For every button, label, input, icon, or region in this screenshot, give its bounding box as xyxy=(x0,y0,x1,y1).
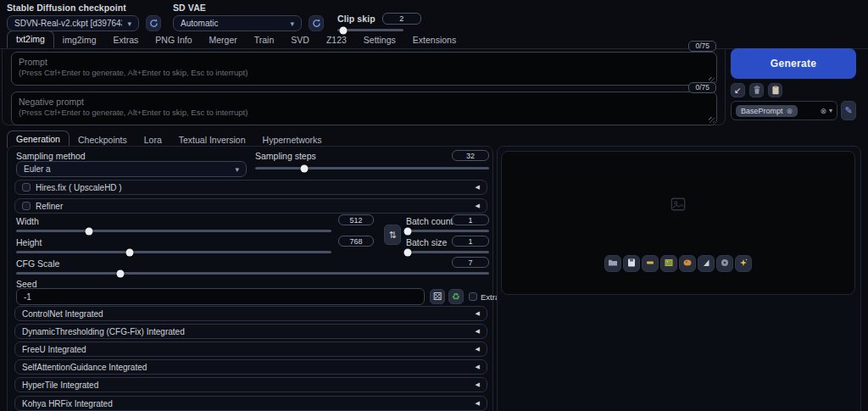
dice-icon: ⚄ xyxy=(433,291,442,303)
sampling-method-value: Euler a xyxy=(24,164,51,174)
accordion-controlnet[interactable]: ControlNet Integrated ◀ xyxy=(14,306,487,321)
recycle-icon: ♻ xyxy=(452,292,460,303)
clip-skip-input[interactable] xyxy=(382,13,421,25)
clear-styles-icon[interactable]: ⊗ xyxy=(820,107,826,115)
hires-fix-checkbox[interactable] xyxy=(22,183,31,192)
send-to-img2img-button[interactable] xyxy=(660,255,677,272)
upscale-button[interactable] xyxy=(735,255,752,272)
collapse-icon: ◀ xyxy=(476,381,480,388)
sampling-steps-slider[interactable] xyxy=(255,167,489,169)
refiner-checkbox[interactable] xyxy=(22,202,31,210)
tab-extras[interactable]: Extras xyxy=(105,32,147,48)
reel-icon xyxy=(720,256,730,271)
sampling-steps-input[interactable] xyxy=(452,150,489,161)
batch-count-input[interactable] xyxy=(452,214,489,225)
accordion-label: SelfAttentionGuidance Integrated xyxy=(22,363,147,372)
vae-dropdown[interactable]: Automatic ▾ xyxy=(173,15,302,31)
height-slider[interactable] xyxy=(16,251,331,253)
reuse-seed-button[interactable]: ♻ xyxy=(448,289,464,304)
height-input[interactable] xyxy=(338,236,374,247)
save-zip-button[interactable] xyxy=(642,255,659,272)
collapse-icon: ◀ xyxy=(476,346,480,353)
prompt-section: 0/75 Prompt (Press Ctrl+Enter to generat… xyxy=(2,49,726,125)
sampling-method-dropdown[interactable]: Euler a ▾ xyxy=(16,161,247,177)
image-icon xyxy=(664,256,674,271)
edit-styles-button[interactable]: ✎ xyxy=(841,101,856,120)
accordion-label: ControlNet Integrated xyxy=(22,309,103,319)
save-image-button[interactable] xyxy=(623,255,640,272)
refresh-checkpoint-button[interactable] xyxy=(146,15,161,31)
refiner-label: Refiner xyxy=(36,202,63,211)
send-to-canvas-button[interactable] xyxy=(716,255,733,272)
vae-label: SD VAE xyxy=(173,3,302,13)
slider-thumb[interactable] xyxy=(403,227,411,235)
slider-thumb[interactable] xyxy=(300,164,308,172)
main-tab-bar: txt2img img2img Extras PNG Info Merger T… xyxy=(0,32,868,49)
seed-input[interactable] xyxy=(16,288,425,305)
hires-fix-accordion[interactable]: Hires.fix ( UpscaleHD ) ◀ xyxy=(14,180,487,195)
batch-count-slider[interactable] xyxy=(406,230,489,232)
style-chip-label: BasePrompt xyxy=(741,107,783,115)
swap-dimensions-button[interactable]: ⇅ xyxy=(384,225,401,245)
generate-button[interactable]: Generate xyxy=(731,48,856,79)
negative-prompt-textarea[interactable]: Negative prompt (Press Ctrl+Enter to gen… xyxy=(11,92,717,125)
arrow-down-left-icon: ↙ xyxy=(734,86,741,95)
random-seed-button[interactable]: ⚄ xyxy=(430,289,445,304)
slider-thumb[interactable] xyxy=(85,227,92,235)
tab-z123[interactable]: Z123 xyxy=(318,32,355,48)
collapse-icon: ◀ xyxy=(476,203,480,209)
accordion-label: HyperTile Integrated xyxy=(22,380,98,390)
clear-prompt-button[interactable] xyxy=(749,83,764,97)
pencil-icon: ✎ xyxy=(844,105,852,116)
accordion-dynamic-thresholding[interactable]: DynamicThresholding (CFG-Fix) Integrated… xyxy=(14,324,487,339)
checkpoint-dropdown[interactable]: SDVN-Real-v2.ckpt [d3976436e9] ▾ xyxy=(7,15,139,31)
apply-styles-button[interactable] xyxy=(768,83,782,97)
batch-size-slider[interactable] xyxy=(406,251,489,253)
width-input[interactable] xyxy=(338,214,374,225)
tab-extensions[interactable]: Extensions xyxy=(404,32,465,48)
tab-merger[interactable]: Merger xyxy=(200,32,245,48)
tab-svd[interactable]: SVD xyxy=(282,32,318,48)
slider-thumb[interactable] xyxy=(403,248,411,256)
refresh-vae-button[interactable] xyxy=(309,15,324,31)
chevron-down-icon[interactable]: ▾ xyxy=(829,107,832,114)
open-folder-button[interactable] xyxy=(604,255,621,272)
width-slider[interactable] xyxy=(16,230,331,232)
refresh-icon xyxy=(149,16,159,31)
trash-icon xyxy=(753,85,761,97)
accordion-self-attention-guidance[interactable]: SelfAttentionGuidance Integrated ◀ xyxy=(14,359,487,375)
tab-txt2img[interactable]: txt2img xyxy=(7,31,54,48)
style-chip[interactable]: BasePrompt ⊗ xyxy=(736,105,798,117)
zip-icon xyxy=(645,256,655,271)
slider-thumb[interactable] xyxy=(116,269,124,277)
swap-icon: ⇅ xyxy=(388,230,396,241)
clip-skip-slider[interactable] xyxy=(337,29,403,31)
send-to-inpaint-button[interactable] xyxy=(679,255,696,272)
tab-png-info[interactable]: PNG Info xyxy=(147,32,200,48)
chevron-down-icon: ▾ xyxy=(127,19,131,28)
checkpoint-value: SDVN-Real-v2.ckpt [d3976436e9] xyxy=(14,19,122,28)
batch-size-input[interactable] xyxy=(452,236,489,247)
styles-dropdown[interactable]: BasePrompt ⊗ ⊗ ▾ xyxy=(731,101,837,120)
cfg-scale-slider[interactable] xyxy=(16,272,489,275)
accordion-label: DynamicThresholding (CFG-Fix) Integrated xyxy=(22,327,185,336)
prompt-textarea[interactable]: Prompt (Press Ctrl+Enter to generate, Al… xyxy=(11,52,717,86)
remove-style-icon[interactable]: ⊗ xyxy=(787,107,793,115)
batch-size-label: Batch size xyxy=(406,237,447,247)
prompt-token-counter: 0/75 xyxy=(688,41,716,52)
send-to-extras-button[interactable] xyxy=(698,255,715,272)
paste-generation-params-button[interactable]: ↙ xyxy=(731,83,745,97)
extra-seed-checkbox[interactable] xyxy=(469,292,477,301)
cfg-scale-input[interactable] xyxy=(452,257,489,268)
refiner-accordion[interactable]: Refiner ◀ xyxy=(14,198,487,214)
tab-settings[interactable]: Settings xyxy=(355,32,404,48)
generation-settings-panel: Sampling method Euler a ▾ Sampling steps… xyxy=(7,146,493,411)
tab-img2img[interactable]: img2img xyxy=(54,32,105,48)
accordion-kohya-hrfix[interactable]: Kohya HRFix Integrated ◀ xyxy=(14,396,487,411)
resize-grip-icon[interactable] xyxy=(709,117,715,123)
collapse-icon: ◀ xyxy=(476,328,480,335)
slider-thumb[interactable] xyxy=(125,248,133,256)
accordion-freeu[interactable]: FreeU Integrated ◀ xyxy=(14,342,487,357)
accordion-hypertile[interactable]: HyperTile Integrated ◀ xyxy=(14,377,487,392)
tab-train[interactable]: Train xyxy=(246,32,283,48)
